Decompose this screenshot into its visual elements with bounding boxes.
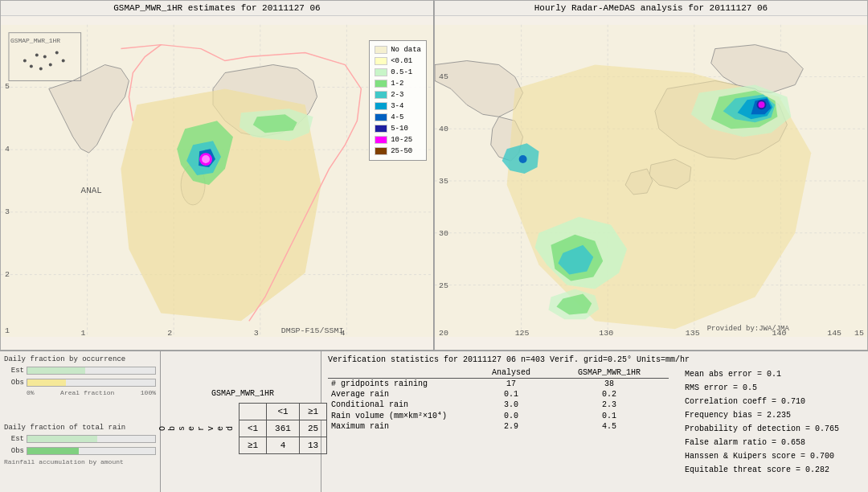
occurrence-axis: 0% Areal fraction 100%: [4, 389, 156, 396]
right-map-panel: Hourly Radar-AMeDAS analysis for 2011112…: [434, 0, 868, 351]
svg-point-27: [43, 55, 47, 59]
svg-point-24: [23, 59, 27, 63]
contingency-wrapper: Observed <1 ≥1 <1 361 25: [158, 403, 327, 454]
rain-obs-label: Obs: [4, 447, 24, 455]
stats-header-analysed: Analysed: [473, 367, 550, 379]
stats-gsmap-gridpoints: 38: [550, 379, 669, 389]
legend: No data <0.01 0.5-1 1-2: [369, 40, 427, 161]
axis-start: 0%: [27, 389, 35, 396]
occurrence-obs-label: Obs: [4, 379, 24, 387]
stats-analyzed-condrain: 3.0: [473, 400, 550, 410]
rain-obs-fill: [27, 448, 79, 454]
stats-row-maxrain: Maximum rain 2.9 4.5: [328, 421, 669, 432]
svg-point-28: [49, 64, 52, 67]
left-map-panel: GSMAP_MWR_1HR estimates for 20111127 06: [0, 0, 434, 351]
legend-label-nodata: No data: [391, 44, 421, 55]
contingency-panel: GSMAP_MWR_1HR Observed <1 ≥1 <1 3: [161, 351, 321, 492]
observed-label: Observed: [158, 426, 235, 431]
svg-text:Provided by:JWA/JMA: Provided by:JWA/JMA: [707, 325, 790, 333]
svg-text:125: 125: [515, 329, 530, 338]
maps-row: GSMAP_MWR_1HR estimates for 20111127 06: [0, 0, 868, 351]
svg-point-30: [55, 51, 59, 55]
metric-mae: Mean abs error = 0.1: [685, 367, 862, 381]
legend-item-10-25: 10-25: [375, 134, 421, 146]
legend-color-3-4: [375, 102, 387, 110]
svg-text:4: 4: [5, 145, 10, 154]
contingency-col-lt1: <1: [267, 404, 300, 420]
legend-color-nodata: [375, 46, 387, 54]
stats-label-gridpoints: # gridpoints raining: [328, 379, 473, 389]
legend-item-2-3: 2-3: [375, 89, 421, 100]
stats-row-volume: Rain volume (mm×km²×10⁴) 0.0 0.1: [328, 410, 669, 421]
metric-hks: Hanssen & Kuipers score = 0.700: [685, 449, 862, 463]
bottom-row: Daily fraction by occurrence Est Obs 0% …: [0, 351, 868, 492]
stats-right: Mean abs error = 0.1 RMS error = 0.5 Cor…: [685, 367, 862, 488]
occurrence-est-fill: [27, 367, 85, 374]
legend-item-1-2: 1-2: [375, 78, 421, 89]
occurrence-chart-section: Daily fraction by occurrence Est Obs 0% …: [4, 355, 156, 420]
legend-item-5-10: 5-10: [375, 123, 421, 134]
svg-point-11: [202, 155, 210, 163]
contingency-row-label-lt1: <1: [239, 420, 266, 437]
metric-freqbias: Frequency bias = 2.235: [685, 408, 862, 422]
stats-header-empty: [328, 367, 473, 379]
svg-point-45: [519, 155, 527, 163]
legend-item-4-5: 4-5: [375, 112, 421, 123]
legend-label-2-3: 2-3: [391, 89, 403, 100]
svg-text:40: 40: [439, 125, 448, 133]
legend-item-25-50: 25-50: [375, 146, 421, 157]
svg-point-44: [759, 101, 765, 108]
legend-item-nodata: No data: [375, 44, 421, 55]
metric-ets: Equitable threat score = 0.282: [685, 463, 862, 477]
occurrence-obs-bar: [27, 379, 156, 387]
svg-text:ANAL: ANAL: [81, 186, 102, 195]
metric-far: False alarm ratio = 0.658: [685, 436, 862, 449]
svg-text:GSMAP_MWR_1HR: GSMAP_MWR_1HR: [10, 37, 60, 44]
contingency-row-lt1: <1 361 25: [239, 420, 326, 437]
svg-text:35: 35: [439, 177, 448, 186]
occurrence-est-row: Est: [4, 365, 156, 376]
stats-left: Analysed GSMAP_MWR_1HR # gridpoints rain…: [328, 367, 669, 488]
svg-text:130: 130: [599, 329, 613, 338]
svg-point-25: [35, 54, 39, 57]
stats-table: Analysed GSMAP_MWR_1HR # gridpoints rain…: [328, 367, 669, 432]
legend-color-1-2: [375, 80, 387, 88]
legend-color-4-5: [375, 113, 387, 121]
occurrence-obs-fill: [27, 379, 66, 386]
contingency-table: <1 ≥1 <1 361 25 ≥1 4 13: [239, 403, 327, 454]
legend-color-001: [375, 57, 387, 65]
legend-label-5-10: 5-10: [391, 123, 408, 134]
stats-gsmap-volume: 0.1: [550, 410, 669, 421]
legend-item-001: <0.01: [375, 55, 421, 67]
svg-text:DMSP-F15/SSMI: DMSP-F15/SSMI: [281, 326, 344, 335]
stats-row-gridpoints: # gridpoints raining 17 38: [328, 379, 669, 389]
metric-corr: Correlation coeff = 0.710: [685, 395, 862, 408]
rain-obs-bar: [27, 447, 156, 455]
svg-point-31: [62, 59, 65, 63]
rain-obs-row: Obs: [4, 445, 156, 457]
stats-analyzed-volume: 0.0: [473, 410, 550, 421]
svg-text:3: 3: [5, 207, 10, 216]
stats-label-volume: Rain volume (mm×km²×10⁴): [328, 410, 473, 421]
legend-color-5-10: [375, 125, 387, 133]
legend-item-05-1: 0.5-1: [375, 67, 421, 78]
rain-est-label: Est: [4, 435, 24, 443]
contingency-cell-00: 361: [267, 420, 300, 437]
stats-gsmap-avgrain: 0.2: [550, 389, 669, 400]
charts-panel: Daily fraction by occurrence Est Obs 0% …: [0, 351, 161, 492]
legend-color-10-25: [375, 136, 387, 144]
svg-text:1: 1: [5, 326, 10, 335]
rain-est-bar: [27, 435, 156, 443]
legend-color-2-3: [375, 91, 387, 99]
metric-rms: RMS error = 0.5: [685, 381, 862, 395]
rain-chart-title: Daily fraction of total rain: [4, 424, 156, 432]
svg-text:20: 20: [439, 329, 448, 338]
right-map-content: 45 40 35 30 25 20 125 130 135 140 145 15…: [435, 16, 867, 346]
svg-text:1: 1: [81, 329, 86, 338]
left-map-content: 5 4 3 2 1 1 2 3 4 ANAL GSMAP_MWR_1HR: [1, 16, 433, 346]
legend-color-05-1: [375, 68, 387, 76]
legend-item-3-4: 3-4: [375, 100, 421, 112]
svg-text:135: 135: [686, 329, 700, 338]
axis-mid: Areal fraction: [60, 389, 114, 396]
stats-row-condrain: Conditional rain 3.0 2.3: [328, 400, 669, 410]
